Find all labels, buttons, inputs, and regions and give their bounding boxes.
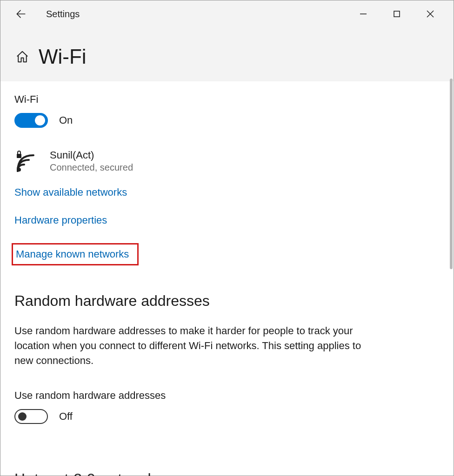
random-hw-toggle-label: Use random hardware addresses [14,390,440,402]
toggle-knob [18,412,27,421]
wifi-secured-icon [14,149,40,174]
titlebar: Settings [0,0,454,27]
home-button[interactable] [14,49,30,65]
wifi-section-label: Wi-Fi [14,93,440,106]
hardware-properties-link[interactable]: Hardware properties [14,215,107,225]
wifi-toggle-row: On [14,113,440,128]
minimize-icon [359,10,367,18]
wifi-toggle[interactable] [14,113,48,128]
close-button[interactable] [425,8,436,20]
back-button[interactable] [14,7,27,20]
scrollbar[interactable] [450,79,453,269]
back-arrow-icon [15,8,27,20]
wifi-toggle-state: On [59,114,73,126]
svg-rect-4 [17,154,21,158]
annotation-highlight: Manage known networks [12,243,139,265]
manage-known-networks-link[interactable]: Manage known networks [16,248,129,260]
maximize-icon [393,10,401,18]
toggle-knob [35,115,45,126]
content-area: Wi-Fi On [0,81,454,476]
network-status: Connected, secured [50,162,133,173]
random-hw-toggle[interactable] [14,409,48,424]
random-hw-toggle-row: Off [14,409,440,424]
current-network[interactable]: Sunil(Act) Connected, secured [14,149,440,174]
close-icon [426,9,435,19]
random-hw-toggle-state: Off [59,410,73,423]
page-title: Wi-Fi [39,45,87,68]
svg-point-5 [17,168,21,172]
maximize-button[interactable] [391,8,402,20]
show-available-networks-link[interactable]: Show available networks [14,187,127,198]
minimize-button[interactable] [358,8,369,20]
window-controls [358,8,453,20]
network-name: Sunil(Act) [50,149,133,161]
home-icon [15,50,29,64]
random-hw-heading: Random hardware addresses [14,292,440,310]
page-header: Wi-Fi [0,27,454,81]
hotspot-heading: Hotspot 2.0 networks [14,470,164,476]
svg-rect-1 [394,11,400,17]
network-text: Sunil(Act) Connected, secured [50,149,133,173]
settings-window: Settings [0,0,454,476]
random-hw-description: Use random hardware addresses to make it… [14,324,368,368]
app-title: Settings [46,9,80,20]
